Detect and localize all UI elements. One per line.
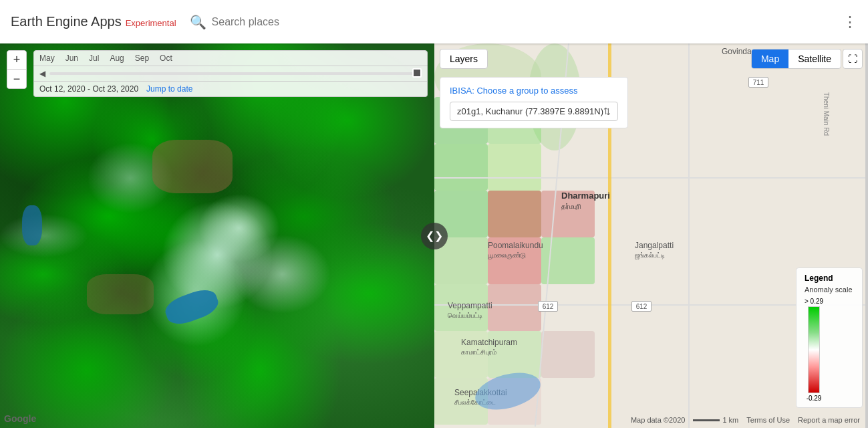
logo-area: Earth Engine Apps Experimental [11, 14, 176, 29]
zoom-controls: + − [7, 50, 27, 89]
anomaly-green-4 [488, 144, 541, 191]
scale-bar [693, 419, 720, 421]
legend-content: > 0.29 -0.29 [805, 298, 854, 402]
road-horizontal-1 [434, 177, 868, 179]
theni-main-road-label: Theni Main Rd [823, 92, 830, 136]
timeline-track[interactable] [49, 72, 422, 75]
date-range-bar: Oct 12, 2020 - Oct 23, 2020 Jump to date [33, 82, 428, 97]
road-marker-612-2: 612 [631, 301, 652, 312]
timeline-thumb[interactable] [412, 68, 422, 78]
ibisa-link[interactable]: IBISA: Choose a group to assess [450, 86, 578, 96]
jump-to-date-link[interactable]: Jump to date [146, 84, 192, 94]
ibisa-group-select[interactable]: z01g1, Kuchanur (77.3897E 9.8891N) ⇅ [450, 102, 618, 121]
ibisa-select-arrow: ⇅ [603, 106, 611, 116]
map-scale: 1 km [693, 416, 738, 424]
water-body-1 [22, 205, 42, 245]
timeline-months: May Jun Jul Aug Sep Oct [33, 50, 428, 66]
legend-color-bar [808, 306, 820, 393]
map-view-button[interactable]: Map [752, 49, 788, 68]
fullscreen-icon: ⛶ [848, 54, 857, 64]
right-edge-road [865, 43, 868, 428]
zoom-in-button[interactable]: + [7, 51, 26, 70]
map-container: + − May Jun Jul Aug Sep Oct ◀ Oct 12, 20… [0, 43, 868, 428]
road-marker-612-1: 612 [538, 301, 558, 312]
month-jun: Jun [65, 54, 78, 63]
anomaly-green-11 [488, 331, 541, 378]
legend-min-value: -0.29 [807, 395, 822, 402]
satellite-panel: + − May Jun Jul Aug Sep Oct ◀ Oct 12, 20… [0, 43, 434, 428]
legend-panel: Legend Anomaly scale > 0.29 -0.29 [796, 268, 863, 408]
month-jul: Jul [89, 54, 99, 63]
timeline-panel: May Jun Jul Aug Sep Oct ◀ Oct 12, 2020 -… [33, 50, 428, 97]
month-aug: Aug [110, 54, 124, 63]
satellite-clouds [0, 43, 434, 428]
legend-bar-wrap: > 0.29 -0.29 [805, 298, 823, 402]
anomaly-red-3 [488, 237, 541, 284]
ibisa-select-value: z01g1, Kuchanur (77.3897E 9.8891N) [457, 106, 603, 116]
experimental-badge: Experimental [126, 18, 176, 28]
more-options-icon[interactable]: ⋮ [843, 13, 857, 31]
header: Earth Engine Apps Experimental 🔍 ⋮ [0, 0, 868, 43]
anomaly-red-1 [488, 191, 541, 237]
anomaly-green-9 [434, 284, 488, 331]
timeline-back-arrow[interactable]: ◀ [39, 69, 45, 78]
map-type-buttons: Map Satellite [751, 49, 841, 69]
road-marker-711: 711 [748, 77, 768, 88]
date-range-text: Oct 12, 2020 - Oct 23, 2020 [39, 84, 138, 94]
layers-button[interactable]: Layers [440, 49, 488, 69]
anomaly-red-5 [541, 331, 595, 378]
app-title: Earth Engine Apps [11, 14, 122, 29]
anomaly-green-3 [434, 144, 488, 191]
map-footer: Map data ©2020 1 km Terms of Use Report … [434, 416, 868, 424]
legend-anomaly-label: Anomaly scale [805, 286, 854, 294]
search-area: 🔍 [190, 14, 843, 30]
ibisa-panel: IBISA: Choose a group to assess z01g1, K… [440, 77, 628, 128]
terms-of-use-link[interactable]: Terms of Use [746, 416, 790, 424]
satellite-view-button[interactable]: Satellite [788, 49, 841, 68]
bare-land-1 [152, 140, 233, 193]
search-icon: 🔍 [190, 14, 206, 30]
scale-label: 1 km [722, 416, 738, 424]
map-divider-handle[interactable]: ❮❯ [421, 223, 448, 249]
month-oct: Oct [160, 54, 172, 63]
month-may: May [39, 54, 55, 63]
road-vertical-2 [688, 43, 690, 428]
road-map-panel: 612 612 711 Kattunaickenpattiகாட்டுநாயக்… [434, 43, 868, 428]
anomaly-red-4 [488, 284, 541, 331]
divider-arrows-icon: ❮❯ [426, 229, 443, 242]
report-map-error-link[interactable]: Report a map error [798, 416, 860, 424]
map-data-label: Map data ©2020 [631, 416, 686, 424]
legend-max-value: > 0.29 [805, 298, 823, 305]
anomaly-red-2 [541, 191, 595, 237]
google-logo: Google [4, 413, 36, 424]
month-sep: Sep [135, 54, 149, 63]
search-input[interactable] [212, 16, 412, 28]
legend-title: Legend [805, 274, 854, 283]
anomaly-green-10 [434, 331, 488, 378]
zoom-out-button[interactable]: − [7, 70, 26, 88]
fullscreen-button[interactable]: ⛶ [843, 49, 863, 69]
timeline-slider[interactable]: ◀ [33, 66, 428, 82]
bare-land-2 [87, 274, 154, 314]
